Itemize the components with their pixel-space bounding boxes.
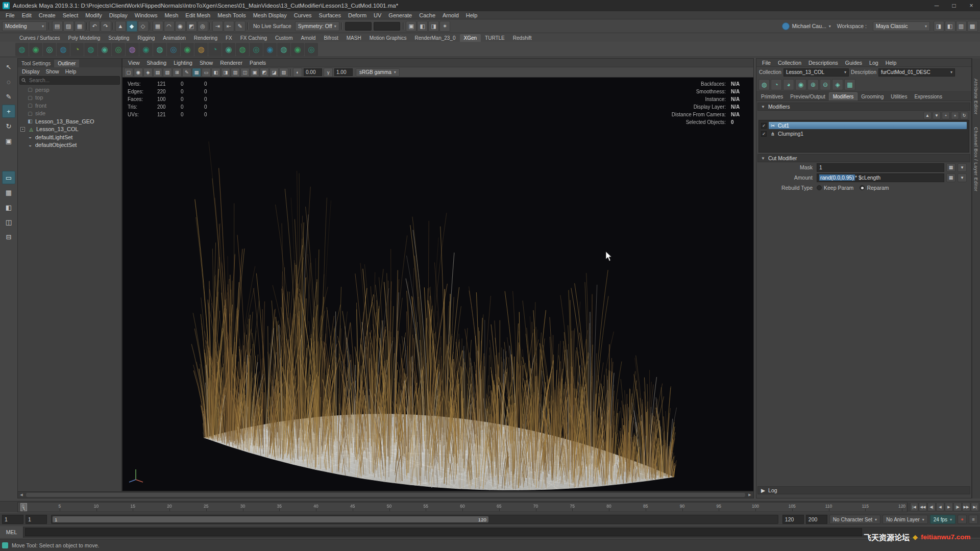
raise-tool-settings-icon[interactable]: ◧ (945, 21, 955, 32)
fps-dropdown[interactable]: 24 fps ▾ (930, 515, 955, 524)
playback-start-field[interactable]: 1 (26, 515, 47, 524)
viewport-menu-view[interactable]: View (125, 60, 143, 66)
maximize-button[interactable]: □ (945, 0, 963, 11)
shelf-tab-poly-modeling[interactable]: Poly Modeling (64, 34, 104, 42)
render-current-frame-icon[interactable]: ◧ (417, 21, 428, 32)
four-pane-layout-button[interactable]: ▦ (2, 186, 15, 199)
isolate-select-icon[interactable]: ◩ (260, 68, 269, 77)
xgen-shelf-button-10[interactable]: ◉ (139, 43, 153, 56)
shelf-tab-fx-caching[interactable]: FX Caching (236, 34, 271, 42)
workspace-dropdown[interactable]: Maya Classic ▾ (873, 21, 930, 31)
rebuild-option-keep-param[interactable]: Keep Param (817, 185, 853, 191)
outliner-item-lesson-13-col[interactable]: +◬Lesson_13_COL (18, 126, 121, 134)
go-to-end-button[interactable]: ▶| (971, 503, 979, 511)
move-tool-button[interactable]: + (2, 105, 15, 118)
animation-start-field[interactable]: 1 (2, 515, 23, 524)
input-connections-icon[interactable]: ⇥ (212, 21, 223, 32)
grease-pencil-icon[interactable]: ✎ (182, 68, 191, 77)
outliner-menu-help[interactable]: Help (62, 68, 80, 74)
menu-modify[interactable]: Modify (82, 12, 105, 18)
minimize-button[interactable]: ─ (928, 0, 945, 11)
xgen-menu-guides[interactable]: Guides (842, 60, 866, 66)
shelf-tab-custom[interactable]: Custom (271, 34, 297, 42)
xgen-menu-help[interactable]: Help (882, 60, 900, 66)
snap-to-curve-icon[interactable]: ◠ (164, 21, 175, 32)
scale-tool-button[interactable]: ▣ (2, 134, 15, 147)
shelf-tab-rendering[interactable]: Rendering (190, 34, 222, 42)
menu-file[interactable]: File (2, 12, 18, 18)
select-by-hierarchy-icon[interactable]: ▲ (115, 21, 126, 32)
expander-icon[interactable]: + (20, 127, 25, 132)
step-back-frame-button[interactable]: ◀◀ (919, 503, 927, 511)
outliner-item-defaultlightset[interactable]: ◒defaultLightSet (18, 133, 121, 141)
outliner-item-lesson-13-base-geo[interactable]: ◧Lesson_13_Base_GEO (18, 117, 121, 126)
rotate-tool-button[interactable]: ↻ (2, 119, 15, 133)
quick-select-field-2[interactable] (374, 22, 400, 31)
xgen-menu-descriptions[interactable]: Descriptions (805, 60, 842, 66)
xgen-shelf-button-04[interactable]: ◍ (57, 43, 70, 56)
menu-deform[interactable]: Deform (345, 12, 370, 18)
menu-generate[interactable]: Generate (385, 12, 415, 18)
ipr-render-icon[interactable]: ◨ (428, 21, 439, 32)
xgen-tab-modifiers[interactable]: Modifiers (829, 92, 858, 101)
shelf-tab-animation[interactable]: Animation (159, 34, 189, 42)
xgen-menu-collection[interactable]: Collection (774, 60, 805, 66)
amount-map-button[interactable]: ▦ (946, 173, 955, 182)
character-set-dropdown[interactable]: No Character Set ▾ (829, 515, 880, 524)
new-scene-icon[interactable]: ▤ (52, 21, 63, 32)
xgen-panel-button-4[interactable]: ◉ (795, 79, 806, 90)
menu-mesh[interactable]: Mesh (161, 12, 182, 18)
scroll-left-icon[interactable]: ◀ (18, 492, 25, 498)
horizontal-scrollbar[interactable]: ◀ ▶ (17, 491, 754, 498)
xgen-shelf-button-11[interactable]: ◍ (153, 43, 166, 56)
modifier-row-clumping1[interactable]: ✓⋔Clumping1 (760, 130, 968, 138)
modifier-enabled-checkbox[interactable]: ✓ (761, 123, 767, 129)
xgen-shelf-button-02[interactable]: ◉ (29, 43, 42, 56)
shelf-tab-xgen[interactable]: XGen (460, 34, 481, 42)
xgen-panel-button-6[interactable]: ⊖ (820, 79, 831, 90)
cut-modifier-section-header[interactable]: ▼ Cut Modifier (757, 154, 970, 162)
xgen-shelf-button-09[interactable]: ◍ (126, 43, 139, 56)
xgen-tab-primitives[interactable]: Primitives (757, 93, 787, 101)
xgen-menu-log[interactable]: Log (866, 60, 882, 66)
camera-attributes-icon[interactable]: ◈ (143, 68, 153, 77)
amount-field[interactable]: rand(0.0,0.95) * $cLength (817, 173, 944, 182)
open-scene-icon[interactable]: ▨ (63, 21, 74, 32)
modifier-delete-button[interactable]: × (951, 112, 959, 119)
menu-edit-mesh[interactable]: Edit Mesh (182, 12, 214, 18)
select-tool-button[interactable]: ↖ (2, 60, 15, 73)
grid-icon[interactable]: ▦ (192, 68, 201, 77)
timeline-ruler[interactable]: 1 05101520253035404550556065707580859095… (17, 502, 908, 512)
shelf-tab-renderman-23-0[interactable]: RenderMan_23_0 (410, 34, 459, 42)
range-end-handle[interactable]: 120 (478, 517, 486, 522)
exposure-icon[interactable]: ◐ (293, 68, 302, 77)
shelf-tab-rigging[interactable]: Rigging (133, 34, 159, 42)
3d-scene-canvas[interactable] (122, 78, 753, 491)
modifier-create-button[interactable]: + (942, 112, 950, 119)
shelf-tab-fx[interactable]: FX (222, 34, 236, 42)
scroll-right-icon[interactable]: ▶ (746, 492, 753, 498)
dock-tab-channel-box-layer-editor[interactable]: Channel Box / Layer Editor (973, 127, 979, 192)
step-forward-key-button[interactable]: |▶ (953, 503, 962, 511)
xgen-shelf-button-17[interactable]: ◍ (236, 43, 249, 56)
outliner-item-persp[interactable]: ▢persp (18, 86, 121, 94)
safe-title-icon[interactable]: ▣ (250, 68, 259, 77)
exposure-field[interactable]: 0.00 (304, 68, 322, 76)
mask-field[interactable]: 1 (817, 163, 944, 172)
scrollbar-thumb[interactable] (26, 493, 745, 497)
xgen-panel-button-3[interactable]: ◕ (783, 79, 794, 90)
step-forward-frame-button[interactable]: ▶▶ (962, 503, 970, 511)
xgen-panel-button-5[interactable]: ⊕ (807, 79, 819, 90)
range-slider-track[interactable]: 1 120 (51, 515, 778, 524)
paint-select-tool-button[interactable]: ✎ (2, 90, 15, 103)
outliner-item-defaultobjectset[interactable]: ◒defaultObjectSet (18, 141, 121, 149)
animation-end-field[interactable]: 200 (806, 515, 827, 524)
shelf-tab-bifrost[interactable]: Bifrost (320, 34, 342, 42)
menu-arnold[interactable]: Arnold (439, 12, 462, 18)
menu-create[interactable]: Create (35, 12, 59, 18)
viewport-menu-shading[interactable]: Shading (143, 60, 170, 66)
modifier-refresh-button[interactable]: ↻ (960, 112, 968, 119)
outliner-menu-show[interactable]: Show (42, 68, 62, 74)
select-by-component-icon[interactable]: ◇ (138, 21, 149, 32)
snap-to-point-icon[interactable]: ◉ (175, 21, 186, 32)
